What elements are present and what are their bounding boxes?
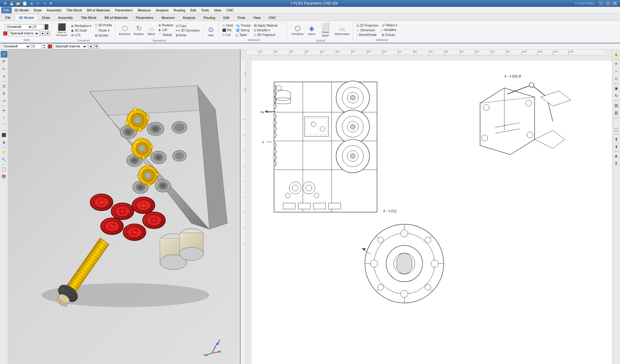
rect-tool-btn[interactable]: ⬛ [1,132,7,138]
lightning-btn[interactable]: ⚡ [1,149,7,156]
menu-measure[interactable]: Measure [135,7,153,13]
workplane-btn[interactable]: ◈ Workplane ▾ [70,24,92,28]
cursor-tool-btn[interactable]: ↖ [1,66,7,72]
tab-3dmodel[interactable]: 3D Model [15,14,38,21]
style-bar-options-btn[interactable]: ▼ [94,44,99,49]
qa-save-btn[interactable]: 💾 [9,1,15,6]
rt-text-btn[interactable]: A [613,153,620,160]
menu-view[interactable]: View [211,7,224,13]
thread-btn[interactable]: 🔩 Thread [235,24,251,28]
qa-print-btn[interactable]: 🖨 [29,1,34,6]
moverotate-btn[interactable]: ↕ Move/Rotate [356,33,379,37]
3dprofile-btn[interactable]: ⬡ 3D Profile [94,23,113,27]
boolean-btn[interactable]: ⊕ Boolean [157,23,174,27]
style-dropdown[interactable]: Основной [5,24,33,30]
qa-open-btn[interactable]: 📂 [16,1,21,6]
primitives-btn[interactable]: ⬡ Primitives [290,22,305,38]
style-options-btn[interactable]: ▼ [46,31,50,36]
2dprojection-btn[interactable]: ⊡ 2D Projection [356,24,379,28]
rib-btn[interactable]: ⬛ Rib [221,28,234,32]
point-tool-btn[interactable]: P [1,58,7,65]
maximize-button[interactable]: □ [605,1,611,6]
groups-btn[interactable]: ⊞ Groups [381,33,398,37]
3dnode-btn[interactable]: ◉ 3D Node [70,29,92,33]
menu-assembly[interactable]: Assembly [44,7,64,13]
mates-btn[interactable]: 🔗 Mates ▾ [381,23,398,27]
cancel-tool-btn[interactable]: ✕ [1,73,7,80]
sweep-btn[interactable]: ⌒ Sweep [157,33,174,37]
wrench-btn[interactable]: 🔧 [1,156,7,163]
style-size-input[interactable] [34,24,44,30]
menu-3dmodel[interactable]: 3D Model [12,7,31,13]
rt-lock-btn[interactable]: 🔒 [613,51,620,58]
tab-analysis[interactable]: Analysis [179,14,200,21]
clipboard-btn[interactable]: 📋 [1,166,7,173]
shell-btn[interactable]: ⬡ Shell [221,24,234,28]
style-bar-size[interactable] [32,44,42,49]
dimension-btn[interactable]: ↔ Dimension [356,28,379,32]
tab-edit[interactable]: Edit [219,14,233,21]
rt-down-btn[interactable]: ⬇ [613,143,620,150]
tab-titleblock[interactable]: Title Block [77,14,100,21]
menu-titleblock[interactable]: Title Block [64,7,84,13]
rt-zoom-in-btn[interactable]: + [613,60,620,67]
tab-assembly[interactable]: Assembly [54,14,77,21]
arrow-tool-btn[interactable]: ↗ [1,98,7,104]
tab-bom[interactable]: Bill of Materials [100,14,132,21]
tab-measure[interactable]: Measure [157,14,179,21]
extrusion-btn[interactable]: ⬡ Extrusion [117,22,132,38]
route-btn[interactable]: ⌒ Route ▾ [94,28,113,33]
rt-up-btn[interactable]: ⬆ [613,136,620,143]
pencil-tool-btn[interactable]: ✏ [1,107,7,114]
rt-text2-btn[interactable]: Ā [613,160,620,167]
drawing-area[interactable]: 150 200 250 300 350 400 450 500 [241,50,612,364]
menu-parameters[interactable]: Parameters [113,7,135,13]
tab-file[interactable]: File [1,14,15,21]
tab-draw[interactable]: Draw [38,14,54,21]
rt-rotate-btn[interactable]: ↻ [613,92,620,99]
close-button[interactable]: ✕ [612,1,618,6]
loft-btn[interactable]: ◈ Loft [157,28,174,32]
hole-btn[interactable]: ⊙ Hole [205,24,216,40]
qa-new-btn[interactable]: 📄 [22,1,28,6]
3dsymmetry-btn[interactable]: ⟺ 3D Symmetry [175,29,201,33]
rt-layers-btn[interactable]: ▤ [613,102,620,109]
tab-tools[interactable]: Tools [233,14,249,21]
rotation-btn[interactable]: ↻ Rotation [132,22,145,38]
qa-logo-btn[interactable]: ⚙ [2,1,8,6]
copy-btn[interactable]: ⊡ Copy [175,24,201,28]
size-spinner[interactable]: ▲ ▼ [43,44,45,49]
menu-tools[interactable]: Tools [199,7,212,13]
s-tool-btn[interactable]: S [1,90,7,97]
section-btn[interactable]: ⊞ Section [94,33,113,37]
style-bar-material[interactable]: Красный пластик [53,44,87,49]
book-btn[interactable]: 📚 [1,173,7,180]
deformation-btn[interactable]: ⌓ Deformation [333,22,351,38]
qa-redo-btn[interactable]: ↪ [42,1,47,6]
draw-on-workplane-btn[interactable]: ⬛ Draw onWorkplane [55,22,69,38]
rt-note-btn[interactable]: 📋 [613,126,620,133]
sheetmetal-btn[interactable]: ⬜ SheetMetal [318,22,332,38]
menu-bom[interactable]: Bill of Materials [85,7,113,13]
tab-routing[interactable]: Routing [200,14,219,21]
minimize-button[interactable]: − [598,1,604,6]
lcs-btn[interactable]: ⊕ LCS [70,33,92,37]
cut-btn[interactable]: ✂ Cut [221,33,234,37]
menu-analysis[interactable]: Analysis [153,7,171,13]
select-tool-btn[interactable]: ✓ [1,51,7,58]
qa-undo-btn[interactable]: ↩ [35,1,41,6]
drawing-paper[interactable]: A - 4 [59] Ø A - 4 [51] 4 [252,61,612,364]
apply-material-btn[interactable]: 🎨 Apply Material [253,24,279,28]
array-btn[interactable]: ⊞ Array [175,33,201,37]
simplify-btn[interactable]: ⊡ Simplify ▾ [253,28,279,32]
viewport-3d[interactable]: Z X Y [8,50,241,364]
menu-draw[interactable]: Draw [31,7,44,13]
circle-tool-btn[interactable]: ⊕ [1,139,7,146]
tab-cnc[interactable]: CNC [265,14,280,21]
faces-btn[interactable]: ◈ Faces [306,22,317,38]
rt-properties-btn[interactable]: ▥ [613,109,620,116]
rt-page-btn[interactable]: 📄 [613,119,620,126]
rt-fit-btn[interactable]: ⊡ [613,75,620,82]
menu-cnc[interactable]: CNC [224,7,236,13]
style-bar-color-btn[interactable]: ■ [89,44,93,49]
